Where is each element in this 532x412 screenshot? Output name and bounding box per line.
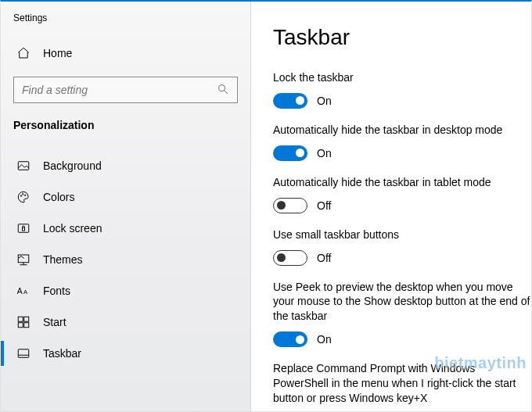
svg-text:A: A xyxy=(23,288,27,296)
svg-rect-6 xyxy=(18,224,29,233)
sidebar-item-label: Fonts xyxy=(43,285,70,297)
sidebar: Settings Home Personalization Background xyxy=(1,2,251,411)
category-label: Personalization xyxy=(1,114,250,145)
setting-autohide-desktop: Automatically hide the taskbar in deskto… xyxy=(273,123,531,161)
sidebar-item-label: Taskbar xyxy=(43,347,81,360)
sidebar-item-label: Lock screen xyxy=(43,222,102,235)
nav-list: Background Colors Lock screen Themes xyxy=(1,150,250,369)
palette-icon xyxy=(16,190,31,204)
search-icon xyxy=(217,83,229,98)
search-box[interactable] xyxy=(13,77,238,103)
content-pane: Taskbar Lock the taskbar On Automaticall… xyxy=(251,2,531,411)
svg-rect-15 xyxy=(18,349,29,358)
sidebar-item-background[interactable]: Background xyxy=(1,150,250,181)
toggle-state: On xyxy=(317,147,332,159)
svg-rect-13 xyxy=(18,323,23,328)
setting-label: Automatically hide the taskbar in tablet… xyxy=(273,175,531,190)
sidebar-item-label: Themes xyxy=(43,253,83,266)
sidebar-item-label: Background xyxy=(43,159,102,172)
nav-home-label: Home xyxy=(43,47,72,59)
lockscreen-icon xyxy=(16,221,31,235)
sidebar-item-start[interactable]: Start xyxy=(1,306,250,338)
svg-rect-12 xyxy=(24,317,29,321)
setting-peek: Use Peek to preview the desktop when you… xyxy=(273,280,531,348)
setting-label: Use small taskbar buttons xyxy=(273,227,531,242)
search-input[interactable] xyxy=(22,84,217,96)
sidebar-item-colors[interactable]: Colors xyxy=(1,181,250,213)
svg-text:A: A xyxy=(17,286,23,296)
picture-icon xyxy=(16,159,31,173)
setting-label: Replace Command Prompt with Windows Powe… xyxy=(273,361,531,406)
svg-point-4 xyxy=(23,194,24,195)
setting-label: Automatically hide the taskbar in deskto… xyxy=(273,123,531,138)
setting-powershell: Replace Command Prompt with Windows Powe… xyxy=(273,361,531,406)
svg-line-1 xyxy=(225,91,228,94)
toggle-state: On xyxy=(317,95,332,107)
toggle-autohide-tablet[interactable] xyxy=(273,198,307,213)
svg-rect-11 xyxy=(18,317,23,321)
svg-rect-14 xyxy=(24,323,29,328)
svg-rect-8 xyxy=(18,255,29,263)
svg-point-3 xyxy=(20,195,22,197)
toggle-state: On xyxy=(317,333,332,346)
toggle-lock-taskbar[interactable] xyxy=(273,93,307,109)
toggle-autohide-desktop[interactable] xyxy=(273,145,307,161)
svg-point-0 xyxy=(219,84,225,91)
sidebar-item-fonts[interactable]: AA Fonts xyxy=(1,275,250,306)
start-icon xyxy=(16,315,31,329)
sidebar-item-lockscreen[interactable]: Lock screen xyxy=(1,213,250,244)
svg-rect-2 xyxy=(18,162,29,170)
setting-label: Use Peek to preview the desktop when you… xyxy=(273,280,531,324)
toggle-peek[interactable] xyxy=(273,331,307,347)
toggle-state: Off xyxy=(317,199,331,212)
sidebar-item-themes[interactable]: Themes xyxy=(1,244,250,275)
themes-icon xyxy=(16,253,31,267)
sidebar-item-label: Start xyxy=(43,316,66,328)
taskbar-icon xyxy=(16,346,31,360)
setting-autohide-tablet: Automatically hide the taskbar in tablet… xyxy=(273,175,531,213)
fonts-icon: AA xyxy=(16,284,31,298)
nav-home[interactable]: Home xyxy=(1,38,250,69)
setting-lock-taskbar: Lock the taskbar On xyxy=(273,70,531,109)
home-icon xyxy=(16,46,31,60)
sidebar-item-label: Colors xyxy=(43,191,74,203)
setting-label: Lock the taskbar xyxy=(273,70,531,85)
page-title: Taskbar xyxy=(273,25,531,50)
setting-small-buttons: Use small taskbar buttons Off xyxy=(273,227,531,266)
svg-point-5 xyxy=(25,195,27,196)
sidebar-item-taskbar[interactable]: Taskbar xyxy=(1,338,250,369)
toggle-small-buttons[interactable] xyxy=(273,250,307,266)
app-title: Settings xyxy=(1,2,250,38)
toggle-state: Off xyxy=(317,252,331,264)
svg-rect-7 xyxy=(23,227,25,231)
